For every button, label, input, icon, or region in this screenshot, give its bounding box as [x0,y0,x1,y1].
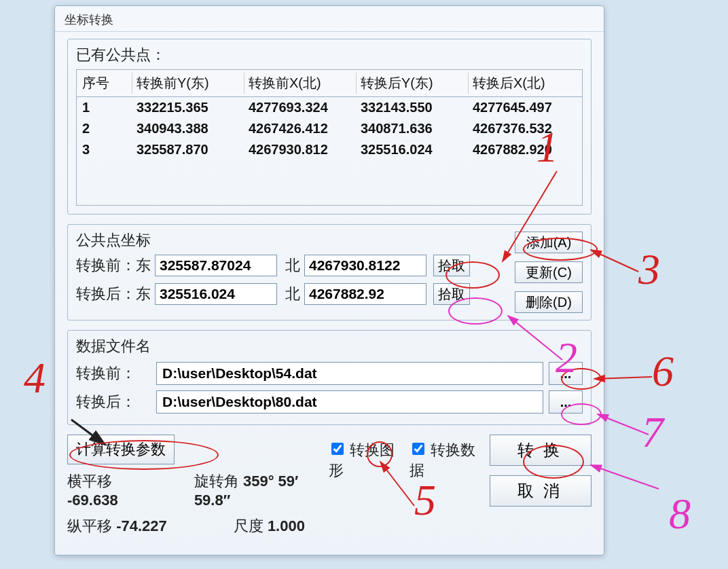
vshift-value: -74.227 [116,517,167,534]
before-east-input[interactable] [155,255,277,276]
table-row[interactable]: 3 325587.870 4267930.812 325516.024 4267… [77,139,582,160]
calc-params-button[interactable]: 计算转换参数 [67,435,175,464]
file-before-label: 转换前： [76,363,151,384]
svg-line-4 [598,414,649,435]
col-pre-x: 转换前X(北) [244,73,357,94]
check-shape[interactable] [331,443,344,455]
col-post-x: 转换后X(北) [469,73,581,94]
east-label: 东 [136,255,151,276]
points-table-header: 序号 转换前Y(东) 转换前X(北) 转换后Y(东) 转换后X(北) [76,69,583,97]
col-pre-y: 转换前Y(东) [132,73,244,94]
point-coord-group: 公共点坐标 转换前： 东 北 拾取 转换后： 东 北 拾取 添加(A) 更新(C… [67,224,592,320]
annotation-number-4: 4 [24,353,46,403]
scale-label: 尺度 [234,517,263,534]
check-data[interactable] [412,443,424,455]
annotation-number-8: 8 [669,489,691,539]
update-button[interactable]: 更新(C) [515,261,583,283]
table-row[interactable]: 1 332215.365 4277693.324 332143.550 4277… [77,97,582,118]
hshift-value: -69.638 [67,492,118,509]
file-after-input[interactable] [156,390,543,414]
annotation-number-6: 6 [652,346,674,397]
after-label: 转换后： [76,284,136,304]
cancel-button[interactable]: 取消 [490,475,592,507]
existing-points-title: 已有公共点： [76,45,583,65]
points-table-body[interactable]: 1 332215.365 4277693.324 332143.550 4277… [76,97,583,206]
annotation-number-7: 7 [642,407,663,458]
vshift-label: 纵平移 [67,517,112,534]
scale-value: 1.000 [268,517,305,534]
add-button[interactable]: 添加(A) [515,232,583,253]
col-post-y: 转换后Y(东) [357,73,469,94]
window-title: 坐标转换 [55,6,604,32]
north-label: 北 [285,284,300,304]
browse-before-button[interactable]: ... [549,362,583,385]
north-label: 北 [285,255,300,276]
file-before-input[interactable] [156,362,543,385]
file-after-label: 转换后： [76,392,151,412]
convert-button[interactable]: 转换 [490,435,592,466]
rot-label: 旋转角 [194,473,239,490]
annotation-number-3: 3 [638,244,660,295]
hshift-label: 横平移 [67,473,112,490]
after-east-input[interactable] [155,283,277,305]
pick-after-button[interactable]: 拾取 [433,283,470,305]
browse-after-button[interactable]: ... [549,390,583,414]
after-north-input[interactable] [304,283,426,305]
check-data-label[interactable]: 转换数据 [410,440,480,481]
existing-points-group: 已有公共点： 序号 转换前Y(东) 转换前X(北) 转换后Y(东) 转换后X(北… [67,39,592,215]
table-row[interactable]: 2 340943.388 4267426.412 340871.636 4267… [77,118,582,139]
file-group-title: 数据文件名 [76,336,583,356]
before-north-input[interactable] [304,255,426,276]
before-label: 转换前： [76,255,136,276]
file-group: 数据文件名 转换前： ... 转换后： ... [67,330,592,425]
delete-button[interactable]: 删除(D) [515,291,583,313]
check-shape-label[interactable]: 转换图形 [329,440,399,481]
east-label: 东 [136,284,151,304]
coordinate-transform-window: 坐标转换 已有公共点： 序号 转换前Y(东) 转换前X(北) 转换后Y(东) 转… [54,5,604,555]
col-index: 序号 [78,73,132,94]
pick-before-button[interactable]: 拾取 [433,255,470,276]
point-coord-title: 公共点坐标 [76,230,503,251]
